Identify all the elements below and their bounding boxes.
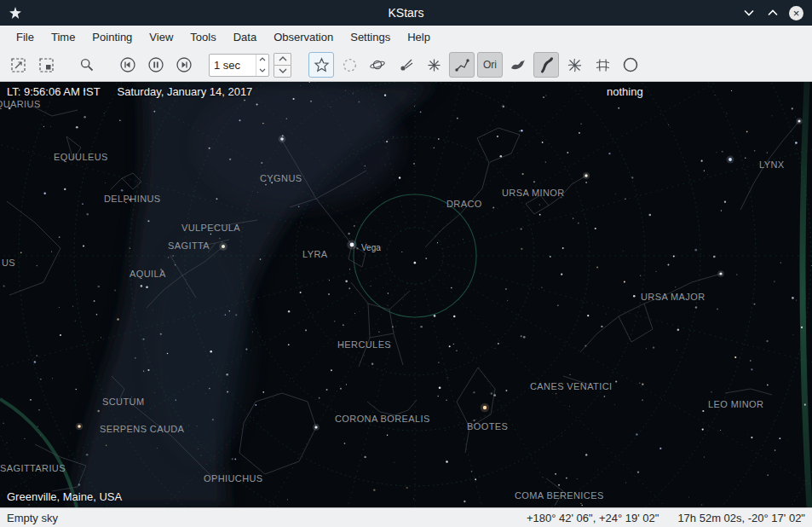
star — [378, 332, 379, 333]
star — [754, 304, 756, 305]
star — [736, 274, 737, 275]
toggle-constellation-lines-button[interactable] — [449, 52, 475, 78]
close-icon[interactable]: × — [789, 6, 803, 20]
star — [702, 410, 704, 412]
local-time-label: LT: 9:56:06 AM IST — [7, 85, 101, 98]
star — [344, 443, 346, 444]
star — [673, 255, 675, 257]
star — [78, 484, 80, 485]
toggle-supernovae-button[interactable] — [421, 52, 446, 78]
star — [197, 426, 198, 426]
star — [331, 107, 331, 107]
grid-spoke — [429, 281, 714, 507]
star — [618, 107, 619, 109]
time-step-forward-button[interactable] — [171, 52, 197, 78]
star — [252, 332, 253, 333]
menu-tools[interactable]: Tools — [182, 27, 223, 47]
sky-canvas[interactable]: AQUARIUSEQUULEUSDELPHINUSCYGNUSVULPECULA… — [0, 82, 812, 507]
time-step-input[interactable] — [210, 55, 256, 76]
region-select-button[interactable] — [33, 52, 59, 78]
star — [153, 111, 155, 113]
find-object-button[interactable] — [74, 52, 100, 78]
star — [562, 247, 564, 249]
toggle-planets-button[interactable] — [365, 52, 390, 78]
star — [373, 489, 375, 490]
bright-star — [350, 243, 354, 247]
constellation-label: URSA MAJOR — [641, 292, 705, 302]
star — [579, 132, 580, 134]
time-step-spinbox[interactable] — [209, 54, 269, 77]
spin-up-icon[interactable] — [256, 55, 268, 66]
toggle-constellation-art-button[interactable] — [505, 52, 531, 78]
star — [50, 126, 51, 127]
star — [475, 478, 476, 480]
star — [555, 473, 556, 475]
star — [76, 126, 78, 129]
star — [157, 448, 158, 449]
menu-pointing[interactable]: Pointing — [84, 27, 140, 47]
star — [567, 152, 568, 153]
star — [717, 152, 717, 153]
menu-observation[interactable]: Observation — [266, 27, 341, 47]
star — [96, 314, 98, 316]
star — [585, 454, 587, 455]
star — [454, 129, 455, 130]
star — [371, 363, 374, 366]
time-overlay: LT: 9:56:06 AM IST Saturday, January 14,… — [7, 85, 252, 98]
toggle-equatorial-grid-button[interactable] — [561, 52, 587, 78]
window-title: KStars — [0, 6, 812, 20]
star — [255, 404, 256, 406]
menu-settings[interactable]: Settings — [343, 27, 398, 47]
star — [711, 391, 711, 392]
menu-file[interactable]: File — [9, 27, 42, 47]
toggle-comets-button[interactable] — [393, 52, 418, 78]
star — [493, 394, 496, 397]
star — [40, 435, 41, 436]
constellation-line — [111, 178, 122, 189]
toggle-time-button[interactable] — [143, 52, 169, 78]
star — [130, 247, 131, 249]
toggle-horizon-button[interactable] — [618, 52, 643, 78]
toggle-stars-button[interactable] — [308, 52, 334, 78]
star — [625, 198, 625, 199]
spin-down-icon[interactable] — [256, 65, 268, 76]
star — [232, 458, 233, 460]
star — [60, 334, 61, 336]
constellation-label: DELPHINUS — [104, 194, 161, 204]
star — [97, 286, 100, 288]
star — [688, 496, 689, 497]
toggle-milky-way-button[interactable] — [533, 52, 559, 78]
minimize-icon[interactable] — [741, 5, 757, 20]
grid-spoke — [435, 275, 812, 507]
constellation-label: SAGITTARIUS — [0, 463, 66, 473]
menu-help[interactable]: Help — [400, 27, 438, 47]
star — [497, 136, 498, 137]
constellation-label: DRACO — [446, 199, 482, 209]
titlebar[interactable]: KStars × — [0, 0, 812, 26]
star — [84, 116, 86, 119]
star — [394, 462, 394, 463]
star — [606, 314, 607, 315]
sky-map[interactable]: AQUARIUSEQUULEUSDELPHINUSCYGNUSVULPECULA… — [0, 82, 812, 507]
star — [726, 113, 727, 113]
kstars-app-icon — [8, 5, 23, 20]
step-unit-down-button[interactable] — [274, 65, 291, 78]
spinbox-arrows[interactable] — [256, 55, 268, 76]
star — [767, 385, 769, 386]
star — [587, 315, 589, 316]
toggle-constellation-names-button[interactable]: Ori — [477, 52, 503, 78]
star — [420, 111, 422, 113]
star — [420, 326, 422, 327]
step-unit-up-button[interactable] — [274, 53, 291, 65]
star — [3, 286, 5, 287]
zoom-select-button[interactable] — [5, 52, 31, 78]
maximize-icon[interactable] — [765, 5, 780, 20]
toggle-horizontal-grid-button[interactable] — [590, 52, 615, 78]
time-step-back-button[interactable] — [115, 52, 141, 78]
menu-view[interactable]: View — [141, 27, 181, 47]
menu-data[interactable]: Data — [226, 27, 264, 47]
star — [354, 313, 355, 314]
menu-time[interactable]: Time — [43, 27, 83, 47]
toggle-deep-sky-button[interactable] — [337, 52, 362, 78]
star — [37, 265, 37, 266]
